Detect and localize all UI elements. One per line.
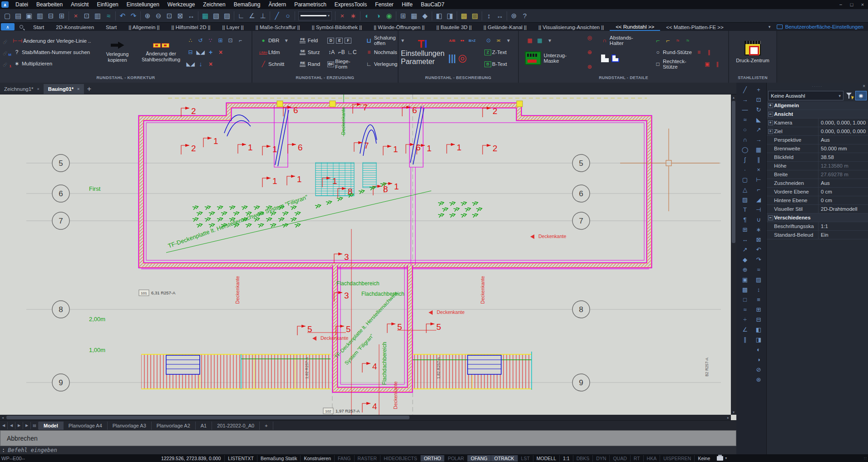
prop-row-kamera[interactable]: +Kamera0.000, 0.000, 1.000 bbox=[767, 119, 868, 127]
settings-icon[interactable]: ⊛ bbox=[508, 10, 519, 21]
angle-icon[interactable]: ∠ bbox=[247, 10, 257, 21]
menu-ansicht[interactable]: Ansicht bbox=[67, 0, 93, 9]
canvas-vertical-scrollbar[interactable]: ▴ ▾ bbox=[731, 94, 736, 415]
del-icon[interactable]: × bbox=[207, 60, 215, 68]
z-text-button[interactable]: ZZ-Text bbox=[483, 46, 513, 58]
ribbon-tab--symbol-bibliothek-[interactable]: || Symbol-Bibliothek || bbox=[306, 23, 368, 31]
draw-circle-icon[interactable]: ○ bbox=[282, 10, 293, 21]
blocks-icon[interactable]: ▪▪ bbox=[458, 37, 466, 44]
menu-zeichnen[interactable]: Zeichnen bbox=[199, 0, 229, 9]
spline-tool-icon[interactable]: ∫ bbox=[740, 154, 750, 164]
erase-tool-icon[interactable]: ⊠ bbox=[753, 234, 764, 244]
aenderung-stahlbeschriftung-button[interactable]: Änderung derStahlbeschriftung bbox=[140, 33, 182, 72]
ribbon-tab-start[interactable]: Start bbox=[100, 23, 123, 31]
offset-tool-icon[interactable]: ∥ bbox=[740, 334, 750, 344]
hatch-icon[interactable]: ≡ bbox=[695, 49, 703, 56]
filter-icon[interactable] bbox=[845, 91, 854, 100]
polyline-tool-icon[interactable]: ≈ bbox=[740, 114, 750, 124]
layout-nav-icon-0[interactable]: ◀ bbox=[0, 422, 8, 429]
layout-tab-model[interactable]: Model bbox=[39, 422, 64, 430]
neg-icon[interactable]: ⌐ bbox=[237, 37, 245, 44]
grid-icon[interactable]: ⊞ bbox=[217, 37, 225, 44]
layout-tab-a1[interactable]: A1 bbox=[196, 422, 212, 430]
feld-f-button[interactable]: F bbox=[345, 38, 351, 44]
scale-tool-icon[interactable]: ↗ bbox=[753, 124, 764, 134]
viewport-icon[interactable]: ◧ bbox=[434, 10, 444, 21]
undo-tool-icon[interactable]: ↶ bbox=[753, 244, 764, 254]
check-stab-matten-nummer[interactable]: ✓M ? Stab/Matten-Nummer suchen bbox=[3, 47, 91, 58]
prop-row-breite[interactable]: Breite27.69278 m bbox=[767, 170, 868, 179]
insert-icon[interactable]: ⊡ bbox=[227, 37, 235, 44]
selection-dropdown[interactable]: Keine Auswahl ▾ bbox=[768, 91, 843, 100]
revcloud-tool-icon[interactable]: ≈ bbox=[740, 304, 750, 314]
perpendicular-icon[interactable]: ⊥ bbox=[257, 10, 268, 21]
feld-button[interactable]: FEFeld bbox=[298, 35, 321, 46]
status-toggle-dyn[interactable]: DYN bbox=[592, 455, 609, 462]
scroll-down-icon[interactable]: ▾ bbox=[731, 409, 736, 415]
mirror-icon[interactable]: ◣◢ bbox=[197, 49, 205, 56]
close-tab-icon[interactable]: × bbox=[77, 87, 79, 91]
insert-tool-icon[interactable]: ⊕ bbox=[740, 264, 750, 274]
ribbon-collapse-icon[interactable]: ▾ bbox=[769, 25, 771, 29]
menu-einfügen[interactable]: Einfügen bbox=[93, 0, 122, 9]
ring-icon[interactable]: ◎ bbox=[586, 34, 594, 41]
drawing-tab-Zeichnung1[interactable]: Zeichnung1*× bbox=[0, 84, 44, 94]
prop-row-h-he[interactable]: Höhe12.13580 m bbox=[767, 162, 868, 170]
layer-off-icon[interactable]: ▨ bbox=[222, 10, 232, 21]
prop-row-brennweite[interactable]: Brennweite50.000 mm bbox=[767, 144, 868, 153]
down-icon[interactable]: ↓ bbox=[197, 60, 205, 68]
layout-tab-planvorlage-a3[interactable]: Planvorlage A3 bbox=[108, 422, 152, 430]
typ-a-button[interactable]: ↕A bbox=[327, 49, 335, 56]
ribbon-tab--visualisierung-ansichten-[interactable]: || Visualisierung-Ansichten || bbox=[533, 23, 610, 31]
minimize-button[interactable]: − bbox=[835, 1, 846, 8]
mask-mini-icon[interactable]: ▦ bbox=[526, 37, 534, 44]
view-top-icon[interactable]: ◐ bbox=[362, 10, 373, 21]
ribbon-tab--matten-platten-fe-[interactable]: << Matten-Platten-FE >> bbox=[660, 23, 730, 31]
status-toggle-listentxt[interactable]: LISTENTXT bbox=[224, 455, 257, 462]
undo-icon[interactable]: ↶ bbox=[117, 10, 128, 21]
status-toggle-raster[interactable]: RASTER bbox=[354, 455, 380, 462]
layout-nav-icon-4[interactable]: ▤ bbox=[31, 422, 39, 429]
menu-datei[interactable]: Datei bbox=[11, 0, 32, 9]
zoom-out-icon[interactable]: ⊖ bbox=[153, 10, 164, 21]
save-as-icon[interactable]: ▥ bbox=[35, 10, 45, 21]
prop-section-verschiedenes[interactable]: −Verschiedenes bbox=[767, 214, 868, 222]
block-tool-icon[interactable]: ◆ bbox=[740, 254, 750, 264]
ribbon-tab--gelände-kanal-[interactable]: || Gelände-Kanal || bbox=[478, 23, 533, 31]
prop-row-ziel[interactable]: +Ziel0.000, 0.000, 0.000 bbox=[767, 127, 868, 136]
add-layout-button[interactable]: + bbox=[260, 422, 273, 430]
plot-preview-icon[interactable]: ⊞ bbox=[56, 10, 67, 21]
rotate-icon[interactable]: ↺ bbox=[197, 37, 205, 44]
status-toggle-quad[interactable]: QUAD bbox=[609, 455, 630, 462]
match-properties-icon[interactable]: ≈ bbox=[103, 10, 114, 21]
sturz-button[interactable]: SESturz bbox=[298, 46, 321, 58]
b-text-button[interactable]: BB-Text bbox=[483, 58, 513, 70]
divide-tool-icon[interactable]: ÷ bbox=[740, 314, 750, 324]
plate-detail-icon[interactable] bbox=[601, 55, 609, 62]
drawing-canvas[interactable]: 5566778899First2,00m1,00m267622111671611… bbox=[0, 94, 736, 420]
status-toggle-modell[interactable]: MODELL bbox=[533, 455, 559, 462]
paste-icon[interactable]: ▥ bbox=[92, 10, 103, 21]
fillet-tool-icon[interactable]: ⌐ bbox=[753, 184, 764, 194]
table-icon[interactable]: ▦ bbox=[409, 10, 419, 21]
prop-section-ansicht[interactable]: −Ansicht bbox=[767, 110, 868, 119]
menu-fenster[interactable]: Fenster bbox=[371, 0, 398, 9]
bars-red-icon[interactable]: ∥ bbox=[713, 60, 721, 68]
menu-ändern[interactable]: Ändern bbox=[264, 0, 290, 9]
layout-tab-planvorlage-a2[interactable]: Planvorlage A2 bbox=[152, 422, 196, 430]
prop-row-hintere-ebene[interactable]: Hintere Ebene0 cm bbox=[767, 196, 868, 205]
polygon-tool-icon[interactable]: △ bbox=[740, 184, 750, 194]
del-icon[interactable]: × bbox=[217, 49, 225, 56]
prop-row-blickfeld[interactable]: Blickfeld38.58 bbox=[767, 153, 868, 162]
draw-line-icon[interactable]: ╱ bbox=[271, 10, 282, 21]
ray-tool-icon[interactable]: → bbox=[740, 94, 750, 104]
offset-tool-icon[interactable]: ∥ bbox=[753, 154, 764, 164]
lineweight-slider[interactable]: ▾ bbox=[298, 11, 332, 20]
prop-section-allgemein[interactable]: +Allgemein bbox=[767, 101, 868, 110]
green-pulse-icon[interactable]: ≈ bbox=[684, 37, 692, 44]
measure-icon[interactable]: ↕ bbox=[483, 10, 494, 21]
rechteck-stuetze-button[interactable]: □ Rechteck-Stütze ▣ ∥ bbox=[653, 58, 722, 70]
close-button[interactable]: × bbox=[857, 1, 868, 8]
line-tool-icon[interactable]: ╱ bbox=[740, 84, 750, 94]
mtext-tool-icon[interactable]: ¶ bbox=[740, 214, 750, 224]
